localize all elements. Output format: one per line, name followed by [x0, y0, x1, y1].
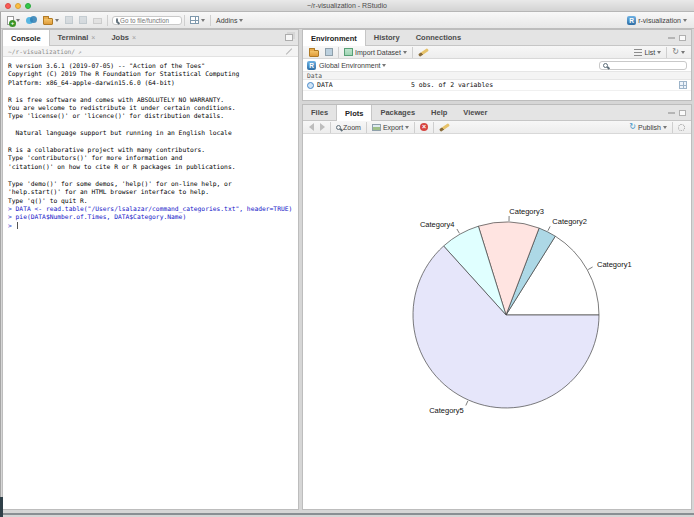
maximize-pane-icon[interactable] [285, 34, 293, 41]
data-object-icon [307, 82, 314, 89]
tab-connections[interactable]: Connections [408, 30, 469, 45]
console-tabstrip: Console Terminal × Jobs × [3, 30, 298, 46]
window-title: ~/r-visualization - RStudio [0, 2, 694, 9]
tab-jobs[interactable]: Jobs × [103, 30, 144, 45]
pie-label-tick [548, 226, 550, 230]
addins-button[interactable]: Addins [213, 13, 246, 28]
plots-options-button[interactable] [675, 120, 688, 135]
list-view-button[interactable]: List [631, 45, 664, 60]
chevron-down-icon [683, 19, 687, 22]
new-file-button[interactable]: + [4, 13, 23, 28]
print-icon [93, 18, 102, 24]
chevron-down-icon [405, 126, 409, 129]
print-button[interactable] [90, 13, 105, 28]
console-prompt-line[interactable]: > [8, 222, 298, 230]
zoom-plot-button[interactable]: Zoom [333, 120, 364, 135]
tab-terminal[interactable]: Terminal × [50, 30, 104, 45]
pie-label: Category3 [509, 207, 544, 216]
pie-label: Category2 [552, 217, 587, 226]
clear-workspace-button[interactable] [415, 45, 432, 60]
main-toolbar: + Addins R r-visualization [0, 12, 694, 29]
tab-help[interactable]: Help [423, 105, 455, 120]
environment-scope-row: R Global Environment [303, 59, 691, 71]
close-icon[interactable]: × [91, 34, 95, 41]
refresh-icon: ↻ [672, 48, 679, 56]
save-button[interactable] [62, 13, 76, 28]
pie-label: Category5 [429, 406, 464, 415]
save-all-button[interactable] [76, 13, 90, 28]
tab-packages[interactable]: Packages [372, 105, 423, 120]
search-icon [116, 18, 118, 23]
import-dataset-icon [344, 48, 353, 56]
import-dataset-label: Import Dataset [355, 49, 401, 56]
console-pane: Console Terminal × Jobs × ~/r-visualizat… [2, 29, 299, 510]
open-in-files-icon[interactable]: ↗ [78, 48, 82, 55]
publish-button[interactable]: ↻ Publish [626, 120, 670, 135]
pie-label: Category4 [420, 220, 455, 229]
console-prompt: > [8, 222, 16, 230]
pie-chart-svg: Category1Category2Category3Category4Cate… [303, 134, 691, 509]
titlebar: ~/r-visualization - RStudio [0, 0, 694, 12]
console-command: > pie(DATA$Number.of.Times, DATA$Categor… [8, 213, 298, 221]
tab-help-label: Help [431, 108, 447, 117]
text-cursor [17, 222, 18, 229]
view-dataframe-icon[interactable] [679, 81, 687, 89]
export-image-icon [372, 124, 381, 131]
environment-scope-selector[interactable]: Global Environment [319, 58, 386, 73]
tab-console[interactable]: Console [3, 30, 50, 46]
tab-terminal-label: Terminal [58, 33, 89, 42]
close-icon[interactable]: × [132, 34, 136, 41]
back-arrow-icon [309, 123, 314, 131]
chevron-down-icon [239, 19, 243, 22]
tab-files[interactable]: Files [303, 105, 336, 120]
delete-icon: × [420, 123, 428, 131]
console-body[interactable]: R version 3.6.1 (2019-07-05) -- "Action … [3, 57, 298, 497]
broom-icon [418, 48, 429, 57]
tab-connections-label: Connections [416, 33, 461, 42]
minimize-pane-icon[interactable] [668, 37, 675, 39]
tab-packages-label: Packages [380, 108, 415, 117]
plots-toolbar: Zoom Export × ↻ Publish [303, 121, 691, 134]
window-corner-notch [0, 497, 3, 517]
chevron-down-icon [403, 51, 407, 54]
environment-object-row[interactable]: DATA 5 obs. of 2 variables [303, 80, 691, 91]
previous-plot-button[interactable] [306, 120, 317, 135]
chevron-down-icon [382, 64, 386, 67]
search-icon [603, 63, 608, 68]
toolbar-separator [107, 15, 108, 26]
clear-all-plots-button[interactable] [436, 120, 453, 135]
toolbar-separator [210, 15, 211, 26]
new-project-button[interactable] [23, 13, 40, 28]
toolbar-separator [414, 122, 415, 133]
project-icon: R [627, 16, 636, 25]
tab-history[interactable]: History [366, 30, 408, 45]
tab-plots-label: Plots [345, 109, 363, 118]
goto-file-input[interactable] [120, 17, 178, 24]
export-label: Export [383, 124, 403, 131]
list-view-label: List [644, 49, 655, 56]
environment-search-box[interactable] [599, 61, 687, 70]
remove-plot-button[interactable]: × [417, 120, 431, 135]
zoom-label: Zoom [343, 124, 361, 131]
workspace-panes-button[interactable] [187, 13, 208, 28]
open-folder-icon [43, 18, 53, 25]
open-file-button[interactable] [40, 13, 62, 28]
maximize-pane-icon[interactable] [679, 35, 686, 41]
tab-jobs-label: Jobs [111, 33, 129, 42]
toolbar-separator [433, 122, 434, 133]
tab-viewer[interactable]: Viewer [455, 105, 495, 120]
tab-console-label: Console [11, 34, 41, 43]
next-plot-button[interactable] [317, 120, 328, 135]
forward-arrow-icon [320, 123, 325, 131]
goto-file-box[interactable] [112, 16, 182, 25]
project-selector-button[interactable]: R r-visualization [624, 13, 690, 28]
console-command: > DATA <- read.table("/Users/lsalazar/co… [8, 205, 298, 213]
export-plot-button[interactable]: Export [369, 120, 412, 135]
tab-files-label: Files [311, 108, 328, 117]
chevron-down-icon [681, 51, 685, 54]
save-icon [325, 48, 333, 56]
minimize-pane-icon[interactable] [668, 112, 675, 114]
toolbar-separator [666, 47, 667, 58]
refresh-environment-button[interactable]: ↻ [669, 45, 688, 60]
maximize-pane-icon[interactable] [679, 110, 686, 116]
